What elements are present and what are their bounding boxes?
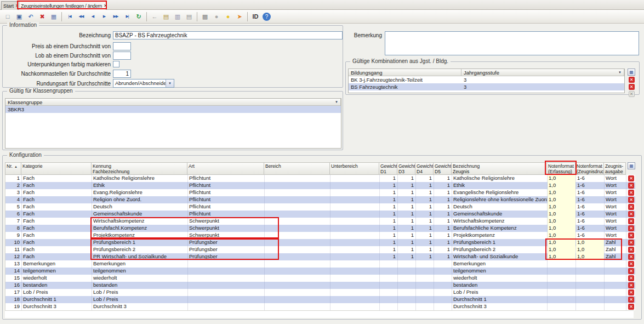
cell-nr[interactable]: 4	[5, 196, 22, 203]
konfiguration-row[interactable]: 12FachPR Wirtschaft- und SozialkundePrüf…	[5, 253, 635, 260]
cell-gewicht-d5[interactable]: 1	[434, 239, 452, 246]
cell-notenformat-zeugnisdruck[interactable]	[576, 289, 605, 296]
cell-nr[interactable]: 12	[5, 253, 22, 260]
cell-notenformat-zeugnisdruck[interactable]: 1-6	[576, 196, 605, 203]
cell-notenformat-erfassung[interactable]: 1,0	[548, 211, 576, 218]
cell-bezeichnung-zeugnis[interactable]: Projektkompetenz	[452, 232, 548, 239]
cell-art[interactable]: Prüfungsber	[188, 246, 265, 253]
konfiguration-row[interactable]: 17Lob / PreisLob / PreisLob / Preis✕	[5, 289, 635, 296]
delete-row-icon[interactable]: ✕	[628, 304, 634, 310]
cell-kennung[interactable]: Projektkompetenz	[92, 232, 188, 239]
nav-back-icon[interactable]: ◀	[87, 11, 98, 22]
cell-notenformat-erfassung[interactable]	[548, 268, 576, 275]
comment-icon[interactable]: ●	[211, 11, 222, 22]
cell-bezeichnung-zeugnis[interactable]: teilgenommen	[452, 268, 548, 275]
cell-gewicht-d1[interactable]	[380, 303, 398, 310]
col-header-nr[interactable]: Nr.▲	[5, 162, 21, 175]
cell-notenformat-erfassung[interactable]	[548, 260, 576, 268]
cell-art[interactable]: Pflichtunt	[188, 203, 265, 211]
cell-zeugnisausgabe[interactable]: Wort	[605, 211, 626, 218]
cell-gewicht-d5[interactable]: 1	[434, 175, 452, 182]
cell-kategorie[interactable]: Fach	[22, 189, 92, 196]
cell-notenformat-zeugnisdruck[interactable]	[576, 260, 605, 268]
cell-zeugnisausgabe[interactable]: Zahl	[605, 246, 626, 253]
col-header-bereich[interactable]: Bereich	[264, 162, 330, 175]
cell-gewicht-d1[interactable]	[380, 296, 398, 303]
cell-gewicht-d1[interactable]: 1	[380, 239, 398, 246]
cell-unterbereich[interactable]	[330, 253, 380, 260]
cell-kennung[interactable]: Deutsch	[92, 203, 188, 211]
cell-unterbereich[interactable]	[330, 182, 380, 189]
cell-kennung[interactable]: Berufsfachl.Kompetenz	[92, 225, 188, 232]
cell-kennung[interactable]: Evang.Religionslehre	[92, 189, 188, 196]
cell-bezeichnung-zeugnis[interactable]: Katholische Religionslehre	[452, 175, 548, 182]
konfiguration-row[interactable]: 1FachKatholische ReligionslehrePflichtun…	[5, 175, 635, 182]
cell-bereich[interactable]	[265, 232, 330, 239]
cell-notenformat-zeugnisdruck[interactable]: 1-6	[576, 225, 605, 232]
cell-bezeichnung-zeugnis[interactable]: Berufsfachliche Kompetenz	[452, 225, 548, 232]
konfiguration-row[interactable]: 3FachEvang.ReligionslehrePflichtunt1111E…	[5, 189, 635, 196]
close-icon[interactable]: ✕	[104, 3, 106, 8]
cell-nr[interactable]: 6	[5, 211, 22, 218]
cell-gewicht-d4[interactable]: 1	[416, 211, 434, 218]
cell-unterbereich[interactable]	[330, 196, 380, 203]
cell-gewicht-d3[interactable]	[398, 303, 416, 310]
cell-gewicht-d5[interactable]	[434, 260, 452, 268]
cell-bereich[interactable]	[265, 196, 330, 203]
cell-notenformat-zeugnisdruck[interactable]	[576, 268, 605, 275]
cell-notenformat-zeugnisdruck[interactable]	[576, 303, 605, 310]
col-header-art[interactable]: Art	[187, 162, 264, 175]
save-record-icon[interactable]: ▣	[14, 11, 25, 22]
cell-kategorie[interactable]: Fach	[22, 182, 92, 189]
cell-nr[interactable]: 19	[5, 303, 22, 310]
cell-zeugnisausgabe[interactable]: Wort	[605, 175, 626, 182]
cell-gewicht-d5[interactable]: 1	[434, 196, 452, 203]
cell-gewicht-d3[interactable]: 1	[398, 196, 416, 203]
delete-row-icon[interactable]: ✕	[628, 218, 634, 224]
cell-unterbereich[interactable]	[330, 289, 380, 296]
konfiguration-row[interactable]: 6FachGemeinschaftskundePflichtunt1111Gem…	[5, 211, 635, 218]
delete-row-icon[interactable]: ✕	[628, 289, 634, 295]
cell-notenformat-zeugnisdruck[interactable]: 1-6	[576, 175, 605, 182]
cell-kennung[interactable]: Ethik	[92, 182, 188, 189]
cell-art[interactable]: Prüfungsber	[188, 253, 265, 260]
cell-gewicht-d1[interactable]: 1	[380, 253, 398, 260]
cell-gewicht-d4[interactable]: 1	[416, 253, 434, 260]
close-icon[interactable]: ✕	[15, 3, 18, 8]
cell-zeugnisausgabe[interactable]: Wort	[605, 232, 626, 239]
delete-row-icon[interactable]: ✕	[628, 225, 634, 231]
cell-art[interactable]	[188, 282, 265, 289]
cell-notenformat-erfassung[interactable]	[548, 303, 576, 310]
cell-bezeichnung-zeugnis[interactable]: Lob / Preis	[452, 289, 548, 296]
cell-nr[interactable]: 14	[5, 268, 22, 275]
cell-notenformat-erfassung[interactable]: 1,0	[548, 182, 576, 189]
nachkommastellen-input[interactable]: 1	[113, 70, 131, 78]
cell-unterbereich[interactable]	[330, 225, 380, 232]
konfiguration-row[interactable]: 8FachBerufsfachl.KompetenzSchwerpunkt111…	[5, 225, 635, 232]
konfiguration-row[interactable]: 16bestandenbestandenbestanden✕	[5, 282, 635, 289]
cell-kennung[interactable]: Lob / Preis	[92, 296, 188, 303]
cell-kategorie[interactable]: Fach	[22, 175, 92, 182]
konfiguration-row[interactable]: 11FachPrüfungsbereich 2Prüfungsber1111Pr…	[5, 246, 635, 253]
cell-gewicht-d3[interactable]: 1	[398, 189, 416, 196]
cell-kategorie[interactable]: Fach	[22, 232, 92, 239]
cell-kategorie[interactable]: Fach	[22, 225, 92, 232]
delete-row-icon[interactable]: ✕	[628, 204, 634, 210]
cell-gewicht-d4[interactable]	[416, 296, 434, 303]
tab-zeugniseinstellungen[interactable]: Zeugniseinstellungen festlegen / ändern …	[19, 1, 106, 10]
konfiguration-row[interactable]: 18Durchschnitt 1Lob / PreisDurchschnitt …	[5, 296, 635, 303]
delete-row-icon[interactable]: ✕	[628, 261, 634, 267]
cell-bereich[interactable]	[265, 303, 330, 310]
cell-gewicht-d3[interactable]: 1	[398, 203, 416, 211]
cell-notenformat-erfassung[interactable]: 1,0	[548, 246, 576, 253]
cell-art[interactable]	[188, 303, 265, 310]
cell-unterbereich[interactable]	[330, 211, 380, 218]
cell-kategorie[interactable]: wiederholt	[22, 275, 92, 282]
cell-gewicht-d1[interactable]	[380, 289, 398, 296]
cell-gewicht-d1[interactable]: 1	[380, 175, 398, 182]
cell-nr[interactable]: 8	[5, 225, 22, 232]
delete-row-icon[interactable]: ✕	[628, 254, 634, 260]
cell-art[interactable]	[188, 289, 265, 296]
cell-gewicht-d1[interactable]	[380, 268, 398, 275]
cell-gewicht-d3[interactable]: 1	[398, 211, 416, 218]
